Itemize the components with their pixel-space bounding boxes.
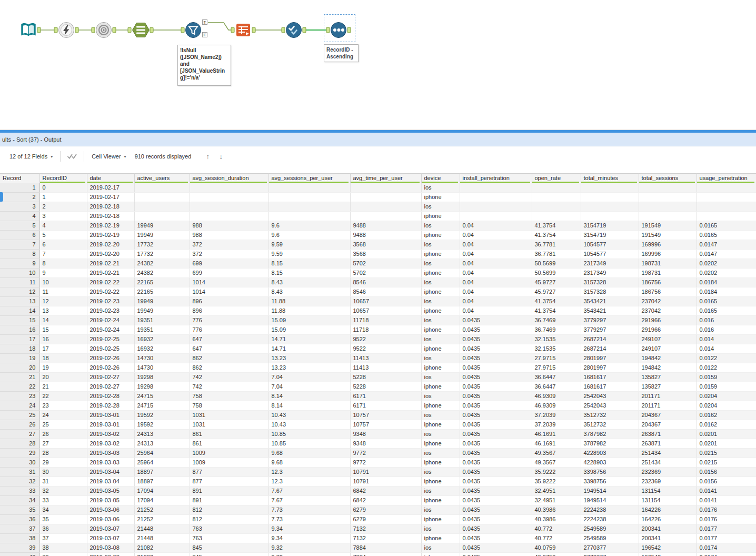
data-cell[interactable]: ios <box>421 505 460 515</box>
data-cell[interactable]: 3154719 <box>581 231 639 240</box>
data-cell[interactable]: 37 <box>39 534 87 543</box>
data-cell[interactable] <box>581 193 639 202</box>
data-cell[interactable]: 0.04 <box>460 250 532 259</box>
data-cell[interactable] <box>134 202 190 212</box>
data-cell[interactable] <box>134 212 190 221</box>
data-cell[interactable]: 3543421 <box>581 297 639 306</box>
data-cell[interactable]: 1009 <box>190 458 268 468</box>
data-cell[interactable]: 201171 <box>639 392 697 401</box>
data-cell[interactable]: 196542 <box>639 553 697 556</box>
data-cell[interactable]: iphone <box>421 287 460 297</box>
data-cell[interactable]: iphone <box>421 553 460 556</box>
row-number-cell[interactable]: 27 <box>0 430 39 439</box>
data-cell[interactable]: 0.016 <box>697 316 756 325</box>
row-number-cell[interactable]: 2 <box>0 193 39 202</box>
data-cell[interactable]: 758 <box>190 401 268 411</box>
row-number-cell[interactable]: 14 <box>0 306 39 316</box>
data-cell[interactable]: iphone <box>421 231 460 240</box>
table-hexagon-tool[interactable] <box>132 22 150 38</box>
data-cell[interactable]: 19 <box>39 363 87 373</box>
data-cell[interactable]: 11718 <box>350 325 421 335</box>
data-cell[interactable] <box>460 193 532 202</box>
data-cell[interactable]: 9.59 <box>268 250 350 259</box>
data-cell[interactable]: 0.0435 <box>460 325 532 335</box>
data-cell[interactable]: 31 <box>39 477 87 486</box>
data-cell[interactable] <box>532 193 581 202</box>
data-cell[interactable]: 7 <box>39 250 87 259</box>
data-cell[interactable]: 9772 <box>350 449 421 458</box>
data-cell[interactable]: 11413 <box>350 363 421 373</box>
data-cell[interactable] <box>581 202 639 212</box>
data-cell[interactable]: 251434 <box>639 458 697 468</box>
data-cell[interactable]: 0.0204 <box>697 401 756 411</box>
data-cell[interactable]: 0.04 <box>460 231 532 240</box>
data-cell[interactable]: 9488 <box>350 221 421 231</box>
row-number-cell[interactable]: 21 <box>0 373 39 382</box>
row-number-cell[interactable]: 24 <box>0 401 39 411</box>
data-cell[interactable]: 7.67 <box>268 486 350 496</box>
data-cell[interactable]: 1031 <box>190 420 268 430</box>
data-cell[interactable]: 27.9715 <box>532 354 581 363</box>
row-number-cell[interactable]: 22 <box>0 382 39 392</box>
data-cell[interactable]: 237042 <box>639 306 697 316</box>
data-cell[interactable]: 32.4951 <box>532 486 581 496</box>
row-number-cell[interactable]: 36 <box>0 515 39 524</box>
data-cell[interactable]: 2770377 <box>581 543 639 553</box>
arrow-down-icon[interactable]: ↓ <box>219 152 223 161</box>
data-cell[interactable]: 198731 <box>639 269 697 278</box>
data-cell[interactable]: iphone <box>421 193 460 202</box>
data-cell[interactable]: 2019-03-03 <box>87 449 134 458</box>
data-cell[interactable] <box>532 202 581 212</box>
filter-true-anchor[interactable]: T <box>202 19 207 25</box>
data-cell[interactable]: 4 <box>39 221 87 231</box>
data-cell[interactable]: 0.0156 <box>697 468 756 477</box>
data-cell[interactable]: 7132 <box>350 524 421 534</box>
cell-viewer-dropdown[interactable]: Cell Viewer ▾ <box>88 152 129 161</box>
data-cell[interactable]: 25964 <box>134 449 190 458</box>
data-cell[interactable]: 291966 <box>639 316 697 325</box>
data-cell[interactable]: 3154719 <box>581 221 639 231</box>
data-cell[interactable]: iphone <box>421 363 460 373</box>
data-cell[interactable]: ios <box>421 524 460 534</box>
column-header-usage_penetration[interactable]: usage_penetration <box>697 174 756 183</box>
data-cell[interactable]: iphone <box>421 325 460 335</box>
data-cell[interactable]: 0.04 <box>460 297 532 306</box>
data-cell[interactable]: 9.32 <box>268 543 350 553</box>
data-cell[interactable]: 12.3 <box>268 468 350 477</box>
data-cell[interactable] <box>639 202 697 212</box>
data-cell[interactable]: 0.0174 <box>697 543 756 553</box>
data-cell[interactable]: 194842 <box>639 363 697 373</box>
data-cell[interactable]: 0.0201 <box>697 439 756 449</box>
data-cell[interactable]: 46.1691 <box>532 439 581 449</box>
data-cell[interactable]: 5228 <box>350 382 421 392</box>
data-cell[interactable]: 3157328 <box>581 278 639 287</box>
data-cell[interactable]: 2019-02-27 <box>87 373 134 382</box>
data-cell[interactable]: 9 <box>39 269 87 278</box>
data-cell[interactable]: 27.9715 <box>532 363 581 373</box>
data-cell[interactable]: 36.6447 <box>532 373 581 382</box>
data-cell[interactable]: 29 <box>39 458 87 468</box>
data-cell[interactable]: 46.1691 <box>532 430 581 439</box>
data-cell[interactable]: 34 <box>39 505 87 515</box>
data-cell[interactable]: 2019-03-05 <box>87 496 134 505</box>
data-cell[interactable]: 19298 <box>134 382 190 392</box>
data-cell[interactable]: iphone <box>421 439 460 449</box>
data-cell[interactable]: 776 <box>190 316 268 325</box>
data-cell[interactable]: 32 <box>39 486 87 496</box>
data-cell[interactable]: 263871 <box>639 439 697 449</box>
data-cell[interactable]: 9772 <box>350 458 421 468</box>
data-cell[interactable]: 15.09 <box>268 316 350 325</box>
data-cell[interactable]: 8.15 <box>268 269 350 278</box>
data-cell[interactable]: 1009 <box>190 449 268 458</box>
data-cell[interactable]: 896 <box>190 306 268 316</box>
data-cell[interactable]: 36.7469 <box>532 325 581 335</box>
data-cell[interactable]: 372 <box>190 240 268 250</box>
data-cell[interactable]: 19351 <box>134 316 190 325</box>
data-cell[interactable]: 372 <box>190 250 268 259</box>
row-number-cell[interactable]: 19 <box>0 354 39 363</box>
data-cell[interactable]: 11718 <box>350 316 421 325</box>
data-cell[interactable]: 10.85 <box>268 430 350 439</box>
data-cell[interactable]: 232369 <box>639 468 697 477</box>
data-cell[interactable]: 2019-02-20 <box>87 240 134 250</box>
row-number-cell[interactable]: 32 <box>0 477 39 486</box>
